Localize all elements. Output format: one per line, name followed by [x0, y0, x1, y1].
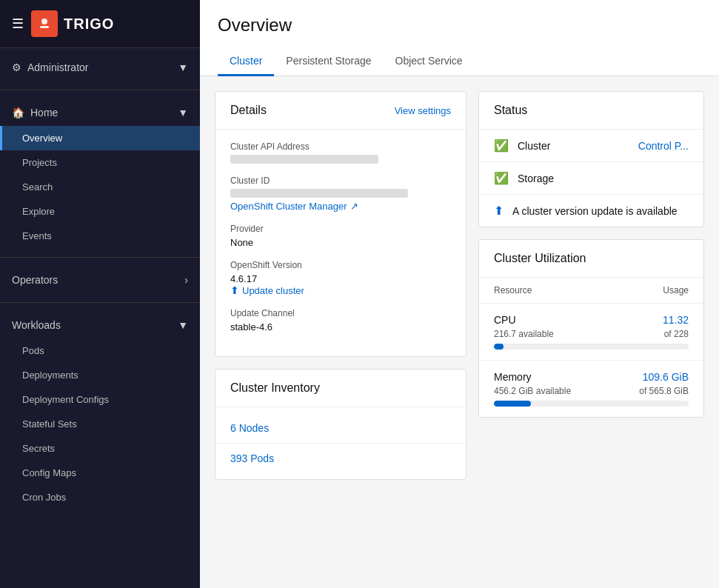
sidebar-item-deployment-configs[interactable]: Deployment Configs	[0, 387, 200, 412]
sidebar-item-overview[interactable]: Overview	[0, 126, 200, 150]
status-row-storage: ✅ Storage	[479, 162, 703, 195]
details-card: Details View settings Cluster API Addres…	[215, 91, 466, 357]
tab-persistent-storage[interactable]: Persistent Storage	[274, 47, 383, 76]
sidebar-item-stateful-sets[interactable]: Stateful Sets	[0, 412, 200, 436]
operators-group-left: Operators	[12, 274, 58, 286]
cluster-api-value-blurred	[230, 155, 378, 164]
cluster-id-value-blurred	[230, 189, 408, 198]
tabs: Cluster Persistent Storage Object Servic…	[218, 47, 701, 76]
inventory-card: Cluster Inventory 6 Nodes 393 Pods	[215, 369, 466, 480]
utilization-row-memory: Memory 109.6 GiB 456.2 GiB available of …	[479, 361, 703, 417]
pods-link[interactable]: 393 Pods	[230, 452, 274, 464]
openshift-version-label: OpenShift Version	[230, 260, 451, 270]
operators-group-header[interactable]: Operators ›	[0, 267, 200, 293]
external-link-icon: ↗	[350, 201, 358, 212]
admin-label: Administrator	[27, 61, 88, 73]
update-cluster-link[interactable]: ⬆ Update cluster	[230, 284, 451, 296]
sidebar-item-label: Cron Jobs	[22, 492, 66, 503]
admin-group-header[interactable]: ⚙ Administrator ▼	[0, 54, 200, 81]
update-channel-value: stable-4.6	[230, 321, 451, 333]
memory-progress-bg	[494, 401, 689, 407]
usage-col-header: Usage	[663, 285, 689, 295]
sidebar-item-deployments[interactable]: Deployments	[0, 363, 200, 387]
hamburger-icon[interactable]: ☰	[12, 16, 24, 32]
nodes-link[interactable]: 6 Nodes	[230, 422, 269, 434]
cpu-available-text: 216.7 available	[494, 329, 554, 339]
operators-section: Operators ›	[0, 261, 200, 299]
control-plane-link[interactable]: Control P...	[638, 140, 689, 152]
right-column: Status ✅ Cluster Control P... ✅ Storage …	[478, 91, 704, 480]
openshift-cluster-manager-link[interactable]: OpenShift Cluster Manager ↗	[230, 201, 451, 212]
svg-point-1	[41, 19, 47, 24]
view-settings-link[interactable]: View settings	[395, 105, 451, 116]
sidebar: ☰ TRIGO ⚙ Administrator ▼ 🏠	[0, 0, 200, 588]
storage-status-icon: ✅	[494, 171, 509, 185]
logo-icon	[31, 10, 58, 37]
sidebar-item-label: Projects	[22, 157, 57, 168]
memory-util-top: Memory 109.6 GiB	[494, 371, 689, 383]
sidebar-item-label: Search	[22, 181, 53, 193]
sidebar-item-search[interactable]: Search	[0, 175, 200, 199]
content-area: Details View settings Cluster API Addres…	[200, 76, 719, 495]
cpu-progress-fill	[494, 344, 504, 350]
sidebar-divider-1	[0, 90, 200, 90]
update-channel-row: Update Channel stable-4.6	[230, 308, 451, 333]
status-row-cluster: ✅ Cluster Control P...	[479, 130, 703, 162]
cpu-available-row: 216.7 available of 228	[494, 329, 689, 339]
home-group-header[interactable]: 🏠 Home ▼	[0, 99, 200, 126]
sidebar-item-secrets[interactable]: Secrets	[0, 436, 200, 461]
openshift-version-row: OpenShift Version 4.6.17 ⬆ Update cluste…	[230, 260, 451, 296]
cpu-util-top: CPU 11.32	[494, 314, 689, 326]
sidebar-header: ☰ TRIGO	[0, 0, 200, 48]
sidebar-item-pods[interactable]: Pods	[0, 338, 200, 363]
cluster-api-row: Cluster API Address	[230, 141, 451, 164]
sidebar-item-config-maps[interactable]: Config Maps	[0, 461, 200, 485]
sidebar-item-label: Overview	[22, 133, 62, 144]
tab-cluster[interactable]: Cluster	[218, 47, 274, 76]
utilization-card-title: Cluster Utilization	[494, 252, 586, 265]
provider-label: Provider	[230, 224, 451, 234]
home-chevron-icon: ▼	[178, 107, 188, 118]
sidebar-item-label: Deployments	[22, 370, 78, 381]
sidebar-item-events[interactable]: Events	[0, 224, 200, 248]
page-title: Overview	[218, 15, 701, 36]
sidebar-item-projects[interactable]: Projects	[0, 150, 200, 175]
sidebar-item-label: Deployment Configs	[22, 394, 109, 405]
workloads-section: Workloads ▼ Pods Deployments Deployment …	[0, 306, 200, 515]
cluster-status-icon: ✅	[494, 138, 509, 153]
utilization-card: Cluster Utilization Resource Usage CPU 1…	[478, 239, 704, 418]
inventory-item-pods[interactable]: 393 Pods	[215, 444, 466, 473]
page-header: Overview Cluster Persistent Storage Obje…	[200, 0, 719, 76]
cpu-progress-bg	[494, 344, 689, 350]
sidebar-divider-3	[0, 302, 200, 303]
workloads-group-header[interactable]: Workloads ▼	[0, 312, 200, 338]
cluster-api-label: Cluster API Address	[230, 141, 451, 152]
left-column: Details View settings Cluster API Addres…	[215, 91, 466, 480]
sidebar-item-cron-jobs[interactable]: Cron Jobs	[0, 485, 200, 510]
home-section: 🏠 Home ▼ Overview Projects Search Explor…	[0, 93, 200, 254]
home-group-left: 🏠 Home	[12, 107, 58, 118]
sidebar-item-label: Secrets	[22, 443, 55, 454]
admin-group-left: ⚙ Administrator	[12, 61, 88, 73]
openshift-version-value: 4.6.17	[230, 273, 451, 284]
cpu-usage-value: 11.32	[663, 314, 689, 326]
admin-chevron-icon: ▼	[178, 61, 188, 73]
cluster-id-label: Cluster ID	[230, 176, 451, 186]
tab-object-service[interactable]: Object Service	[384, 47, 475, 76]
memory-progress-fill	[494, 401, 531, 407]
memory-available-text: 456.2 GiB available	[494, 386, 571, 396]
storage-status-label: Storage	[518, 173, 554, 184]
inventory-body: 6 Nodes 393 Pods	[215, 407, 466, 479]
details-card-title: Details	[230, 104, 267, 117]
sidebar-item-explore[interactable]: Explore	[0, 199, 200, 224]
workloads-group-left: Workloads	[12, 319, 61, 331]
workloads-chevron-icon: ▼	[178, 319, 188, 331]
update-channel-label: Update Channel	[230, 308, 451, 318]
provider-value: None	[230, 237, 451, 248]
status-card-header: Status	[479, 92, 703, 130]
home-icon: 🏠	[12, 107, 24, 118]
status-card: Status ✅ Cluster Control P... ✅ Storage …	[478, 91, 704, 227]
cluster-status-label: Cluster	[518, 140, 550, 152]
inventory-item-nodes[interactable]: 6 Nodes	[215, 413, 466, 444]
utilization-header-row: Resource Usage	[479, 278, 703, 304]
